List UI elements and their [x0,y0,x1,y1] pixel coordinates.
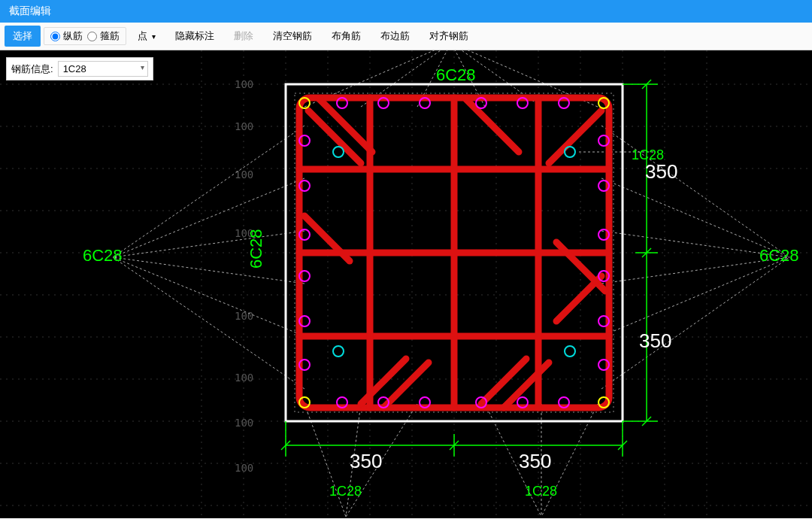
radio-longitudinal[interactable]: 纵筋 [50,29,83,43]
svg-line-41 [113,257,304,284]
svg-text:350: 350 [519,450,551,472]
svg-line-43 [113,257,304,389]
section-canvas[interactable]: 100 100 100 100 100 100 100 100 [0,50,812,518]
svg-text:350: 350 [639,329,671,352]
dimension-texts: 350 350 350 350 [350,160,677,472]
rebar-info-label: 钢筋信息: [11,62,53,76]
svg-text:6C28: 6C28 [247,229,265,269]
align-rebar-button[interactable]: 对齐钢筋 [421,26,477,47]
svg-text:1C28: 1C28 [632,147,664,162]
svg-text:6C28: 6C28 [436,65,476,84]
clear-rebar-button[interactable]: 清空钢筋 [265,26,320,47]
svg-text:350: 350 [350,450,382,472]
radio-longitudinal-input[interactable] [50,32,60,41]
svg-line-39 [113,178,304,257]
section-svg: 100 100 100 100 100 100 100 100 [0,50,812,518]
titlebar: 截面编辑 [0,0,812,23]
radio-stirrup-input[interactable] [87,32,97,41]
svg-text:100: 100 [235,78,253,90]
toolbar: 选择 纵筋 箍筋 点 ▾ 隐藏标注 删除 清空钢筋 布角筋 布边筋 对齐钢筋 [0,23,812,50]
svg-text:1C28: 1C28 [329,484,362,499]
svg-line-67 [466,99,519,152]
svg-line-44 [601,126,789,257]
svg-text:100: 100 [235,168,253,181]
svg-line-49 [601,257,789,389]
svg-text:100: 100 [235,372,253,384]
svg-line-73 [481,359,526,404]
svg-line-72 [383,363,429,408]
edge-rebar-button[interactable]: 布边筋 [372,26,418,47]
window-title: 截面编辑 [9,5,51,17]
radio-stirrup-label: 箍筋 [100,29,120,43]
rebar-info-select[interactable]: 1C28 [58,61,148,77]
radio-stirrup[interactable]: 箍筋 [87,29,120,43]
stirrup [299,98,609,408]
svg-line-42 [113,257,304,336]
svg-text:100: 100 [235,120,253,132]
svg-text:6C28: 6C28 [759,246,799,265]
select-button[interactable]: 选择 [5,26,41,47]
svg-text:350: 350 [645,160,677,183]
rebar-info-panel: 钢筋信息: 1C28 [6,57,153,80]
svg-line-48 [601,257,789,336]
svg-point-106 [565,346,575,357]
svg-point-104 [565,147,575,157]
svg-text:100: 100 [235,462,253,474]
hide-annotation-button[interactable]: 隐藏标注 [167,26,223,47]
svg-point-103 [333,147,344,157]
corner-rebar-button[interactable]: 布角筋 [323,26,369,47]
svg-line-74 [504,363,549,408]
point-menu-button[interactable]: 点 ▾ [129,26,164,47]
rebar-type-radio-group: 纵筋 箍筋 [44,27,126,45]
svg-text:6C28: 6C28 [83,246,123,265]
svg-text:1C28: 1C28 [525,484,557,499]
chevron-down-icon: ▾ [152,32,156,41]
rebar-callouts: 6C28 6C28 6C28 6C28 1C28 1C28 1C28 [83,65,799,499]
svg-line-40 [113,231,304,257]
radio-longitudinal-label: 纵筋 [63,29,83,43]
background-grid [0,50,812,518]
point-menu-label: 点 [138,30,147,41]
svg-text:100: 100 [235,417,253,429]
svg-point-105 [333,346,344,357]
svg-line-38 [113,126,304,257]
svg-line-66 [549,111,601,163]
delete-button[interactable]: 删除 [226,26,262,47]
